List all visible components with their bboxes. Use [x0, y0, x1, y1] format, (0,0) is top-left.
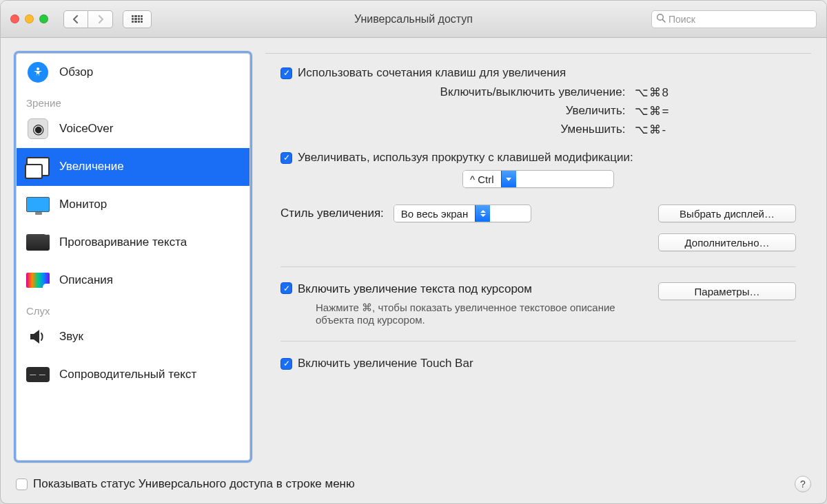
scroll-modifier-select[interactable]: ^ Ctrl	[462, 170, 614, 188]
zoom-style-select[interactable]: Во весь экран	[394, 204, 531, 222]
touchbar-zoom-label: Включить увеличение Touch Bar	[298, 357, 473, 370]
sidebar-item-voiceover[interactable]: ◉ VoiceOver	[17, 110, 249, 148]
window-controls	[10, 14, 48, 23]
category-sidebar[interactable]: Обзор Зрение ◉ VoiceOver Увеличение Мони…	[16, 53, 250, 461]
svg-line-1	[663, 20, 666, 23]
sidebar-section-hearing: Слух	[17, 300, 249, 318]
footer: ✓ Показывать статус Универсального досту…	[1, 469, 826, 503]
search-icon	[656, 13, 666, 25]
hover-text-label: Включить увеличение текста под курсором	[298, 282, 653, 296]
zoom-style-row: Стиль увеличения: Во весь экран Выбрать …	[280, 204, 796, 222]
shortcut-zoom-out-keys: ⌥⌘-	[635, 123, 796, 137]
accessibility-icon	[26, 61, 50, 84]
sidebar-item-label: Монитор	[59, 198, 107, 211]
sidebar-item-zoom[interactable]: Увеличение	[17, 148, 249, 186]
choose-display-button[interactable]: Выбрать дисплей…	[658, 204, 796, 222]
sidebar-item-descriptions[interactable]: Описания	[17, 262, 249, 300]
sidebar-item-overview[interactable]: Обзор	[17, 54, 249, 92]
sidebar-item-label: Описания	[59, 273, 113, 287]
hover-text-description: Нажмите ⌘, чтобы показать увеличенное те…	[316, 302, 653, 326]
shortcut-zoom-in-label: Увеличить:	[314, 104, 625, 118]
chevron-left-icon	[72, 15, 79, 23]
grid-icon	[132, 15, 143, 23]
advanced-button[interactable]: Дополнительно…	[658, 233, 796, 251]
touchbar-zoom-checkbox[interactable]: ✓	[280, 358, 292, 370]
chevron-down-icon	[501, 171, 516, 187]
forward-button[interactable]	[88, 10, 113, 28]
speaker-icon	[26, 325, 50, 348]
nav-buttons	[63, 10, 113, 28]
sidebar-item-captions[interactable]: — — Сопроводительный текст	[17, 356, 249, 394]
titlebar: Универсальный доступ	[1, 1, 826, 38]
back-button[interactable]	[63, 10, 88, 28]
chevron-right-icon	[97, 15, 104, 23]
scroll-modifier-value: ^ Ctrl	[463, 171, 501, 187]
hover-text-checkbox[interactable]: ✓	[280, 282, 292, 294]
sidebar-item-speech[interactable]: Проговаривание текста	[17, 224, 249, 262]
sidebar-item-label: Увеличение	[59, 160, 124, 174]
zoom-icon	[26, 155, 50, 178]
sidebar-section-vision: Зрение	[17, 92, 249, 110]
shortcut-toggle-label: Включить/выключить увеличение:	[314, 85, 625, 100]
zoom-style-label: Стиль увеличения:	[280, 207, 384, 220]
captions-icon: — —	[26, 363, 50, 386]
scroll-modifier-row: ✓ Увеличивать, используя прокрутку с кла…	[280, 151, 796, 165]
minimize-window[interactable]	[25, 14, 34, 23]
use-keyboard-shortcuts-checkbox[interactable]: ✓	[280, 67, 292, 79]
shortcut-zoom-out-label: Уменьшить:	[314, 123, 625, 137]
scroll-modifier-select-row: ^ Ctrl	[280, 170, 796, 188]
use-keyboard-shortcuts-label: Использовать сочетания клавиш для увелич…	[298, 66, 566, 80]
voiceover-icon: ◉	[26, 117, 50, 140]
hover-text-options-button[interactable]: Параметры…	[658, 282, 796, 300]
descriptions-icon	[26, 269, 50, 292]
divider	[280, 341, 796, 342]
show-menubar-status-label: Показывать статус Универсального доступа…	[33, 477, 355, 491]
shortcut-toggle-keys: ⌥⌘8	[635, 85, 796, 100]
sidebar-item-label: VoiceOver	[59, 122, 113, 136]
show-all-button[interactable]	[123, 10, 152, 28]
zoom-pane: ✓ Использовать сочетания клавиш для увел…	[265, 53, 811, 461]
sidebar-item-label: Проговаривание текста	[59, 235, 187, 249]
sidebar-item-label: Сопроводительный текст	[59, 368, 196, 381]
show-menubar-status-checkbox[interactable]: ✓	[16, 479, 28, 490]
body: Обзор Зрение ◉ VoiceOver Увеличение Мони…	[1, 38, 826, 469]
divider	[280, 266, 796, 267]
hover-text-row: ✓ Включить увеличение текста под курсоро…	[280, 282, 796, 326]
search-input[interactable]	[668, 14, 812, 25]
monitor-icon	[26, 193, 50, 216]
svg-point-2	[37, 67, 39, 70]
use-keyboard-shortcuts-row: ✓ Использовать сочетания клавиш для увел…	[280, 66, 796, 80]
zoom-style-value: Во весь экран	[394, 205, 475, 222]
zoom-window[interactable]	[39, 14, 48, 23]
sidebar-item-display[interactable]: Монитор	[17, 186, 249, 224]
scroll-modifier-checkbox[interactable]: ✓	[280, 152, 292, 164]
speech-icon	[26, 231, 50, 254]
shortcut-list: Включить/выключить увеличение: ⌥⌘8 Увели…	[314, 85, 796, 137]
search-field[interactable]	[651, 10, 817, 28]
close-window[interactable]	[10, 14, 19, 23]
sidebar-item-label: Звук	[59, 330, 83, 344]
window-title: Универсальный доступ	[354, 13, 473, 25]
sidebar-item-audio[interactable]: Звук	[17, 318, 249, 356]
scroll-modifier-label: Увеличивать, используя прокрутку с клави…	[298, 151, 633, 165]
touchbar-zoom-row: ✓ Включить увеличение Touch Bar	[280, 357, 796, 370]
prefs-window: Универсальный доступ Обзор Зрение ◉ Voic…	[0, 0, 827, 504]
shortcut-zoom-in-keys: ⌥⌘=	[635, 104, 796, 118]
help-button[interactable]: ?	[795, 476, 811, 492]
sidebar-item-label: Обзор	[59, 65, 93, 79]
stepper-icon	[475, 205, 490, 222]
